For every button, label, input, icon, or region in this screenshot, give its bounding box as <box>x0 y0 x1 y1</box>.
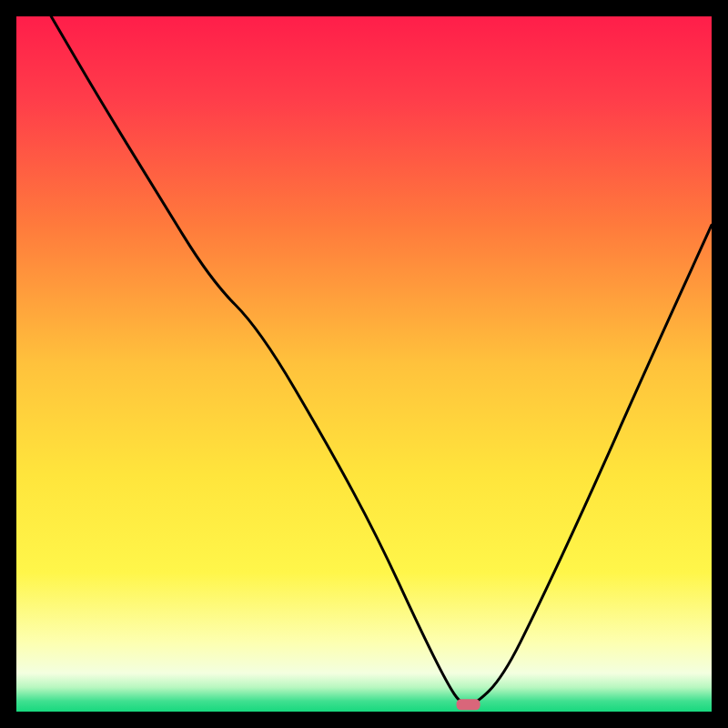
chart-frame: TheBottleneck.com <box>0 0 728 728</box>
optimal-marker <box>457 699 480 710</box>
plot-area: TheBottleneck.com <box>16 16 712 712</box>
chart-svg <box>16 16 712 712</box>
gradient-background <box>16 16 712 712</box>
